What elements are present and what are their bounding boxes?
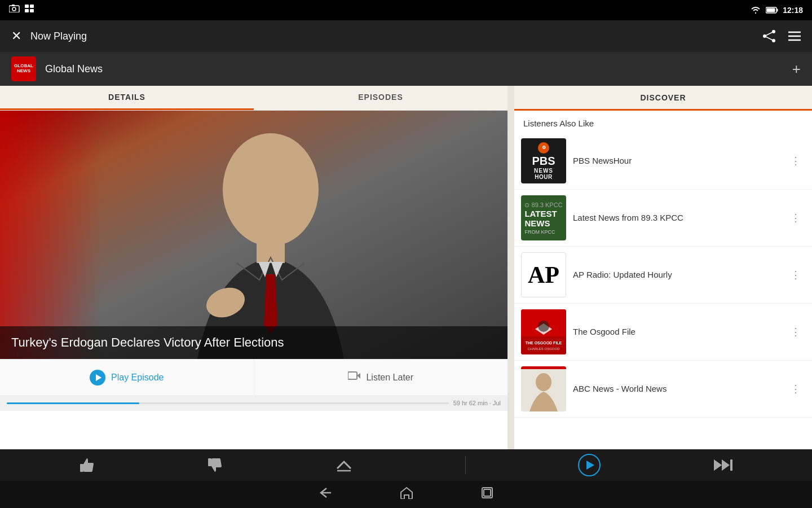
svg-rect-0: [9, 6, 19, 12]
status-bar-icons: 12:18: [750, 6, 803, 15]
listen-later-button[interactable]: Listen Later: [254, 360, 508, 395]
tab-episodes[interactable]: EPISODES: [254, 86, 508, 110]
osgood-logo: THE OSGOOD FILE CHARLES OSGOOD: [521, 309, 566, 354]
collapse-button[interactable]: [335, 457, 353, 473]
status-icons-left: [9, 5, 34, 12]
svg-point-18: [223, 133, 319, 246]
podcast-thumb-kpcc: ⊙ 89.3 KPCC LATESTNEWS FROM KPCC: [521, 195, 566, 240]
svg-line-13: [765, 32, 774, 36]
status-bar: 12:18: [0, 0, 812, 20]
player-play-button[interactable]: [578, 454, 601, 476]
svg-rect-24: [521, 336, 566, 354]
podcast-thumb-abc: [521, 366, 566, 411]
left-tabs: DETAILS EPISODES: [0, 86, 508, 111]
add-channel-button[interactable]: +: [792, 60, 801, 78]
episode-image: Turkey's Erdogan Declares Victory After …: [0, 111, 508, 359]
podcast-more-osgood[interactable]: ⋮: [786, 323, 805, 340]
channel-logo: GLOBALNEWS: [11, 56, 36, 81]
svg-rect-8: [767, 8, 775, 12]
progress-text: 59 hr 62 min · Jul: [453, 400, 501, 406]
podcast-thumb-ap: AP: [521, 252, 566, 297]
svg-point-1: [12, 7, 16, 11]
podcast-name-ap: AP Radio: Updated Hourly: [566, 269, 786, 281]
podcast-more-pbs[interactable]: ⋮: [786, 152, 805, 169]
collapse-icon: [335, 457, 353, 473]
main-content: DETAILS EPISODES: [0, 86, 812, 449]
tab-details[interactable]: DETAILS: [0, 86, 254, 110]
podcast-item-kpcc[interactable]: ⊙ 89.3 KPCC LATESTNEWS FROM KPCC Latest …: [514, 190, 812, 247]
svg-line-14: [765, 36, 774, 41]
battery-icon: [766, 7, 778, 14]
recent-apps-icon: [481, 487, 493, 499]
podcast-thumb-pbs: ⚙ PBS NEWS HOUR: [521, 138, 566, 183]
svg-rect-4: [30, 5, 34, 8]
podcast-item-ap[interactable]: AP AP Radio: Updated Hourly ⋮: [514, 247, 812, 304]
podcast-more-ap[interactable]: ⋮: [786, 266, 805, 283]
svg-rect-36: [484, 489, 491, 496]
svg-rect-5: [25, 9, 29, 12]
svg-rect-2: [12, 5, 15, 6]
podcast-thumb-osgood: THE OSGOOD FILE CHARLES OSGOOD: [521, 309, 566, 354]
svg-rect-6: [30, 9, 34, 12]
svg-point-23: [538, 321, 549, 332]
podcast-name-abc: ABC News - World News: [566, 383, 786, 395]
progress-bar[interactable]: [7, 402, 449, 404]
photo-icon: [9, 5, 20, 12]
wifi-icon: [750, 6, 761, 15]
person-silhouette: [0, 111, 508, 359]
system-nav: [0, 481, 812, 508]
ap-logo-text: AP: [528, 261, 559, 288]
svg-rect-3: [25, 5, 29, 8]
svg-text:CHARLES OSGOOD: CHARLES OSGOOD: [527, 347, 560, 351]
left-panel: DETAILS EPISODES: [0, 86, 508, 449]
podcast-more-abc[interactable]: ⋮: [786, 380, 805, 397]
status-time: 12:18: [783, 6, 803, 15]
svg-point-28: [536, 373, 551, 391]
podcast-item-abc[interactable]: ABC News - World News ⋮: [514, 361, 812, 418]
close-button[interactable]: ✕: [11, 29, 21, 43]
podcast-item-osgood[interactable]: THE OSGOOD FILE CHARLES OSGOOD The Osgoo…: [514, 304, 812, 361]
right-panel: DISCOVER Listeners Also Like ⚙ PBS NEWS …: [514, 86, 812, 449]
thumb-down-icon: [207, 457, 223, 473]
listen-later-icon: [348, 370, 360, 384]
play-icon: [90, 370, 105, 386]
grid-icon: [25, 5, 34, 12]
tab-discover[interactable]: DISCOVER: [514, 86, 812, 111]
channel-bar: GLOBALNEWS Global News +: [0, 52, 812, 86]
player-divider: [465, 456, 466, 474]
progress-fill: [7, 402, 139, 404]
skip-icon: [713, 457, 733, 473]
channel-name: Global News: [45, 63, 783, 75]
podcast-name-kpcc: Latest News from 89.3 KPCC: [566, 212, 786, 224]
thumb-up-icon: [79, 457, 95, 473]
back-button[interactable]: [319, 487, 332, 502]
svg-rect-31: [208, 458, 211, 466]
svg-rect-29: [521, 366, 566, 369]
podcast-name-osgood: The Osgood File: [566, 326, 786, 338]
menu-button[interactable]: [788, 31, 801, 41]
home-button[interactable]: [400, 487, 413, 502]
recent-apps-button[interactable]: [481, 487, 493, 502]
podcast-name-pbs: PBS NewsHour: [566, 155, 786, 167]
thumb-down-button[interactable]: [207, 457, 223, 473]
skip-button[interactable]: [713, 457, 733, 473]
thumb-up-button[interactable]: [79, 457, 95, 473]
home-icon: [400, 487, 413, 499]
svg-rect-30: [80, 464, 83, 472]
action-buttons: Play Episode Listen Later: [0, 359, 508, 395]
svg-rect-21: [348, 372, 357, 379]
svg-rect-19: [257, 240, 285, 263]
podcast-item-pbs[interactable]: ⚙ PBS NEWS HOUR PBS NewsHour ⋮: [514, 133, 812, 190]
play-episode-button[interactable]: Play Episode: [0, 360, 254, 395]
podcast-list: ⚙ PBS NEWS HOUR PBS NewsHour ⋮ ⊙ 89.3 KP…: [514, 133, 812, 449]
progress-area: 59 hr 62 min · Jul: [0, 395, 508, 411]
top-nav-actions: [762, 30, 801, 42]
svg-rect-9: [777, 9, 778, 12]
svg-rect-33: [730, 459, 732, 471]
pbs-logo: ⚙ PBS NEWS HOUR: [532, 142, 555, 180]
share-button[interactable]: [762, 30, 777, 42]
svg-text:THE OSGOOD FILE: THE OSGOOD FILE: [526, 341, 562, 345]
top-nav: ✕ Now Playing: [0, 20, 812, 52]
back-icon: [319, 487, 332, 498]
podcast-more-kpcc[interactable]: ⋮: [786, 209, 805, 226]
